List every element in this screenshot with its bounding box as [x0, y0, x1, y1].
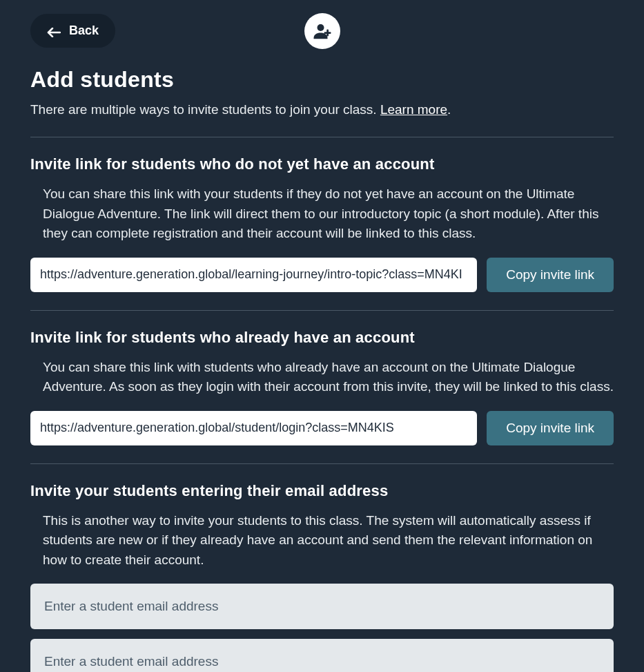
- learn-more-link[interactable]: Learn more: [380, 102, 447, 117]
- section-desc-by-email: This is another way to invite your stude…: [30, 511, 614, 570]
- arrow-left-icon: [47, 26, 61, 36]
- add-user-icon: [304, 13, 340, 49]
- intro-text: There are multiple ways to invite studen…: [30, 102, 614, 117]
- svg-rect-3: [324, 32, 331, 34]
- email-input-1[interactable]: [30, 584, 614, 629]
- link-row-no-account: Copy invite link: [30, 258, 614, 292]
- back-button[interactable]: Back: [30, 14, 115, 48]
- section-no-account: Invite link for students who do not yet …: [30, 137, 614, 310]
- back-label: Back: [69, 23, 99, 38]
- section-by-email: Invite your students entering their emai…: [30, 464, 614, 673]
- copy-invite-link-button-no-account[interactable]: Copy invite link: [487, 258, 614, 292]
- invite-link-input-no-account[interactable]: [30, 258, 477, 292]
- email-input-2[interactable]: [30, 639, 614, 672]
- intro-suffix: .: [447, 102, 451, 117]
- copy-invite-link-button-has-account[interactable]: Copy invite link: [487, 411, 614, 445]
- section-heading-no-account: Invite link for students who do not yet …: [30, 155, 614, 173]
- header-row: Back: [30, 14, 614, 48]
- page-title: Add students: [30, 67, 614, 93]
- section-desc-no-account: You can share this link with your studen…: [30, 184, 614, 244]
- email-inputs: [30, 584, 614, 672]
- intro-text-body: There are multiple ways to invite studen…: [30, 102, 380, 117]
- link-row-has-account: Copy invite link: [30, 411, 614, 445]
- invite-link-input-has-account[interactable]: [30, 411, 477, 445]
- svg-point-1: [317, 24, 324, 31]
- section-has-account: Invite link for students who already hav…: [30, 311, 614, 463]
- section-desc-has-account: You can share this link with students wh…: [30, 358, 614, 397]
- section-heading-by-email: Invite your students entering their emai…: [30, 482, 614, 500]
- section-heading-has-account: Invite link for students who already hav…: [30, 329, 614, 347]
